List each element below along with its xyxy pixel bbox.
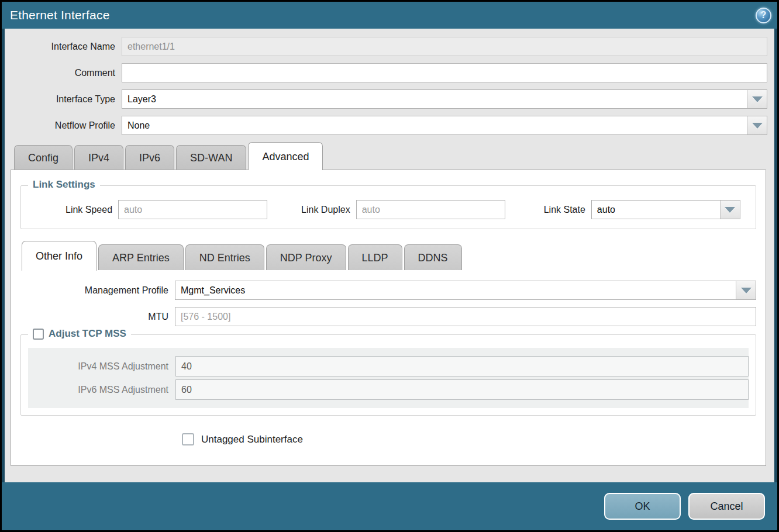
titlebar: Ethernet Interface ?: [2, 2, 777, 29]
chevron-down-icon: [752, 96, 763, 102]
mtu-input[interactable]: [175, 307, 756, 326]
ipv4-mss-label: IPv4 MSS Adjustment: [28, 361, 175, 372]
netflow-profile-value: None: [122, 116, 747, 134]
other-info-panel: Management Profile Mgmt_Services MTU Adj…: [20, 281, 756, 445]
ipv6-mss-label: IPv6 MSS Adjustment: [28, 385, 175, 395]
management-profile-row: Management Profile Mgmt_Services: [20, 281, 756, 300]
interface-type-dropdown-button[interactable]: [747, 90, 767, 108]
tab-ipv4[interactable]: IPv4: [74, 145, 123, 170]
comment-field[interactable]: [122, 63, 767, 82]
sub-tabstrip: Other Info ARP Entries ND Entries NDP Pr…: [20, 241, 756, 270]
ok-button[interactable]: OK: [604, 493, 681, 520]
main-tabstrip: Config IPv4 IPv6 SD-WAN Advanced: [11, 142, 767, 170]
adjust-tcp-mss-checkbox[interactable]: [33, 329, 44, 340]
link-speed-group: Link Speed: [66, 200, 267, 219]
chevron-down-icon: [752, 123, 763, 129]
link-settings-row: Link Speed Link Duplex Link State auto: [29, 200, 747, 219]
link-duplex-label: Link Duplex: [301, 205, 356, 215]
tab-advanced[interactable]: Advanced: [248, 142, 323, 170]
untagged-subinterface-checkbox[interactable]: [182, 433, 194, 445]
subtab-arp-entries[interactable]: ARP Entries: [98, 244, 184, 270]
link-state-label: Link State: [544, 205, 591, 215]
dialog-title: Ethernet Interface: [10, 8, 756, 22]
tab-ipv6[interactable]: IPv6: [125, 145, 174, 170]
comment-label: Comment: [11, 68, 122, 78]
link-state-dropdown-button[interactable]: [720, 201, 740, 219]
dialog-footer: OK Cancel: [2, 482, 777, 530]
interface-type-value: Layer3: [122, 90, 747, 108]
management-profile-dropdown-button[interactable]: [736, 281, 756, 299]
advanced-panel: Link Settings Link Speed Link Duplex Lin…: [11, 170, 766, 466]
ethernet-interface-dialog: Ethernet Interface ? Interface Name Comm…: [0, 0, 779, 532]
ipv4-mss-input: [175, 356, 749, 376]
subtab-nd-entries[interactable]: ND Entries: [185, 244, 264, 270]
mtu-row: MTU: [20, 307, 756, 326]
mss-panel: IPv4 MSS Adjustment IPv6 MSS Adjustment: [28, 348, 749, 408]
chevron-down-icon: [741, 288, 752, 293]
netflow-profile-dropdown[interactable]: None: [122, 116, 767, 135]
subtab-lldp[interactable]: LLDP: [348, 244, 402, 270]
subtab-ddns[interactable]: DDNS: [404, 244, 462, 270]
interface-name-label: Interface Name: [11, 42, 122, 52]
chevron-down-icon: [725, 207, 735, 213]
management-profile-dropdown[interactable]: Mgmt_Services: [175, 281, 756, 300]
untagged-subinterface-label: Untagged Subinterface: [201, 434, 303, 445]
netflow-profile-label: Netflow Profile: [11, 120, 122, 131]
interface-name-field: [122, 37, 767, 56]
link-duplex-input[interactable]: [356, 200, 505, 219]
tab-config[interactable]: Config: [14, 145, 73, 170]
tab-sdwan[interactable]: SD-WAN: [176, 145, 246, 170]
cancel-button[interactable]: Cancel: [688, 493, 765, 520]
interface-name-row: Interface Name: [11, 37, 767, 56]
management-profile-value: Mgmt_Services: [175, 281, 736, 299]
netflow-profile-dropdown-button[interactable]: [747, 116, 767, 134]
adjust-tcp-mss-fieldset: Adjust TCP MSS IPv4 MSS Adjustment IPv6 …: [20, 334, 756, 416]
untagged-subinterface-row: Untagged Subinterface: [182, 433, 756, 445]
ipv4-mss-row: IPv4 MSS Adjustment: [28, 356, 749, 376]
interface-type-row: Interface Type Layer3: [11, 89, 767, 109]
link-settings-legend: Link Settings: [28, 179, 100, 191]
help-icon[interactable]: ?: [756, 8, 771, 23]
mtu-label: MTU: [20, 312, 175, 322]
ipv6-mss-input: [175, 379, 749, 400]
link-speed-label: Link Speed: [66, 205, 118, 215]
link-settings-fieldset: Link Settings Link Speed Link Duplex Lin…: [20, 185, 756, 229]
interface-type-dropdown[interactable]: Layer3: [122, 89, 767, 109]
interface-type-label: Interface Type: [11, 94, 122, 105]
link-state-value: auto: [592, 201, 720, 219]
management-profile-label: Management Profile: [20, 285, 175, 296]
link-speed-input[interactable]: [118, 200, 267, 219]
ipv6-mss-row: IPv6 MSS Adjustment: [28, 379, 749, 400]
adjust-tcp-mss-legend-text: Adjust TCP MSS: [49, 328, 126, 340]
adjust-tcp-mss-legend: Adjust TCP MSS: [28, 328, 131, 340]
netflow-profile-row: Netflow Profile None: [11, 116, 767, 135]
link-state-group: Link State auto: [544, 200, 740, 219]
dialog-body: Interface Name Comment Interface Type La…: [5, 29, 774, 482]
comment-row: Comment: [11, 63, 767, 82]
subtab-other-info[interactable]: Other Info: [22, 241, 96, 271]
link-state-dropdown[interactable]: auto: [591, 200, 740, 219]
link-duplex-group: Link Duplex: [301, 200, 505, 219]
subtab-ndp-proxy[interactable]: NDP Proxy: [266, 244, 346, 270]
